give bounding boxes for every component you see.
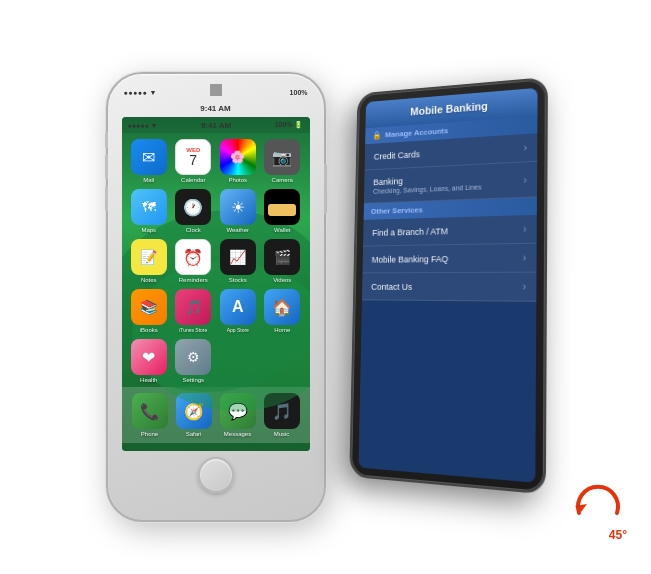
section-other-services-label: Other Services — [370, 205, 422, 215]
rotate-badge: 45° — [569, 484, 629, 544]
ios-carrier: ●●●●● ▼ — [128, 122, 158, 129]
iphone-device: ●●●●● ▼ 100% 9:41 AM ●●●●● ▼ 9:41 AM 100… — [106, 72, 326, 522]
section-manage-accounts-label: Manage Accounts — [384, 126, 447, 139]
volume-down-button — [105, 186, 108, 211]
app-camera[interactable]: 📷 Camera — [263, 139, 302, 183]
iphone-time: 9:41 AM — [200, 104, 230, 113]
faq-label: Mobile Banking FAQ — [371, 254, 448, 265]
scene: ●●●●● ▼ 100% 9:41 AM ●●●●● ▼ 9:41 AM 100… — [0, 0, 651, 574]
faq-chevron: › — [522, 252, 526, 263]
app-wallet[interactable]: Wallet — [263, 189, 302, 233]
app-settings[interactable]: ⚙ Settings — [174, 339, 213, 383]
app-health[interactable]: ❤ Health — [130, 339, 169, 383]
ios-battery: 100% 🔋 — [275, 121, 304, 129]
app-mail[interactable]: ✉ Mail — [130, 139, 169, 183]
app-reminders[interactable]: ⏰ Reminders — [174, 239, 213, 283]
android-device: Mobile Banking 🔒 Manage Accounts Credit … — [349, 77, 548, 495]
credit-cards-chevron: › — [523, 142, 526, 153]
rotate-label: 45° — [609, 528, 627, 542]
app-maps[interactable]: 🗺 Maps — [130, 189, 169, 233]
dock-phone[interactable]: 📞 Phone — [132, 393, 168, 437]
app-videos[interactable]: 🎬 Videos — [263, 239, 302, 283]
app-stocks[interactable]: 📈 Stocks — [219, 239, 258, 283]
credit-cards-label: Credit Cards — [373, 149, 419, 161]
android-body: Mobile Banking 🔒 Manage Accounts Credit … — [349, 77, 548, 495]
power-button — [324, 164, 327, 214]
app-weather[interactable]: ☀ Weather — [219, 189, 258, 233]
app-grid: ✉ Mail WED 7 Calendar 🌸 Photos — [122, 133, 310, 389]
carrier-signal: ●●●●● ▼ — [124, 89, 158, 96]
iphone-screen: ●●●●● ▼ 9:41 AM 100% 🔋 ✉ Mail WED 7 — [122, 117, 310, 451]
silent-button — [105, 132, 108, 148]
app-appstore[interactable]: A App Store — [219, 289, 258, 333]
volume-up-button — [105, 154, 108, 179]
ios-time: 9:41 AM — [201, 121, 231, 130]
battery-status: 100% — [290, 89, 308, 96]
find-branch-label: Find a Branch / ATM — [372, 226, 448, 237]
app-itunes[interactable]: 🎵 iTunes Store — [174, 289, 213, 333]
menu-faq[interactable]: Mobile Banking FAQ › — [362, 244, 536, 274]
menu-contact-us[interactable]: Contact Us › — [361, 273, 536, 302]
home-button[interactable] — [198, 457, 234, 493]
app-photos[interactable]: 🌸 Photos — [219, 139, 258, 183]
app-notes[interactable]: 📝 Notes — [130, 239, 169, 283]
front-camera — [210, 84, 222, 96]
app-ibooks[interactable]: 📚 iBooks — [130, 289, 169, 333]
app-calendar[interactable]: WED 7 Calendar — [174, 139, 213, 183]
android-screen: Mobile Banking 🔒 Manage Accounts Credit … — [358, 88, 537, 483]
mobile-banking-title: Mobile Banking — [374, 97, 527, 120]
app-clock[interactable]: 🕐 Clock — [174, 189, 213, 233]
menu-find-branch[interactable]: Find a Branch / ATM › — [363, 215, 537, 247]
contact-us-label: Contact Us — [371, 282, 412, 292]
ios-status-bar: ●●●●● ▼ 9:41 AM 100% 🔋 — [122, 117, 310, 133]
find-branch-chevron: › — [522, 223, 526, 234]
banking-chevron: › — [523, 174, 527, 185]
contact-us-chevron: › — [522, 281, 526, 292]
app-home[interactable]: 🏠 Home — [263, 289, 302, 333]
